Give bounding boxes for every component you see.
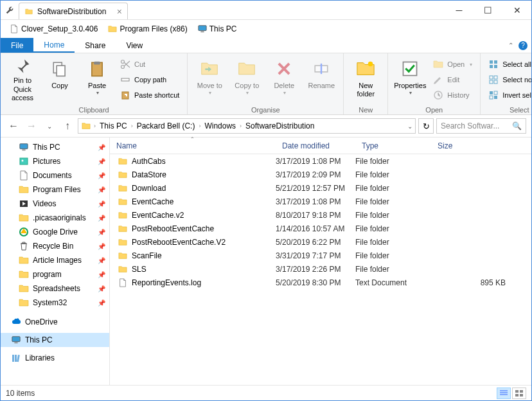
breadcrumb-item[interactable]: Packard Bell (C:) [136,121,197,130]
svg-rect-11 [94,62,100,65]
up-button[interactable]: ↑ [60,118,75,134]
cut-button[interactable]: Cut [116,57,183,71]
folder-icon [118,224,128,233]
file-row[interactable]: PostRebootEventCache1/14/2016 10:57 AMFi… [110,222,531,235]
sidebar-item[interactable]: Documents📌 [1,168,109,183]
maximize-button[interactable]: ☐ [474,1,502,20]
file-row[interactable]: SLS3/17/2019 2:26 PMFile folder [110,262,531,276]
select-all-button[interactable]: Select all [484,57,532,71]
titlebar: SoftwareDistribution × ─ ☐ ✕ [1,1,531,20]
column-name[interactable]: Name⌃ [110,138,276,154]
breadcrumb-item[interactable]: Windows [203,121,237,130]
file-row[interactable]: EventCache3/17/2019 1:08 PMFile folder [110,195,531,208]
sidebar-label: Pictures [33,157,60,166]
svg-rect-21 [490,65,493,68]
new-folder-button[interactable]: New folder [348,56,384,102]
group-label: Organise [188,105,343,116]
sidebar-item[interactable]: Program Files📌 [1,183,109,197]
shortcut-item[interactable]: Program Files (x86) [104,22,191,35]
tab-file[interactable]: File [1,38,33,53]
svg-rect-29 [490,96,493,99]
sidebar-item[interactable]: Recycle Bin📌 [1,239,109,253]
file-name: ScanFile [132,251,162,260]
sidebar-item[interactable]: Spreadsheets📌 [1,281,109,296]
shortcut-item[interactable]: Clover_Setup_3.0.406 [6,22,102,35]
open-button[interactable]: Open▾ [429,57,476,71]
icons-view-button[interactable] [512,388,526,399]
sidebar-label: Program Files [33,185,81,194]
sidebar-onedrive[interactable]: OneDrive [1,315,109,329]
column-date[interactable]: Date modified [276,138,355,154]
search-input[interactable]: Search Softwar... 🔍 [436,118,526,134]
file-row[interactable]: Download5/21/2019 12:57 PMFile folder [110,181,531,195]
file-row[interactable]: ScanFile3/31/2019 7:17 PMFile folder [110,249,531,262]
sidebar-libraries[interactable]: Libraries [1,351,109,365]
sidebar-item[interactable]: Videos📌 [1,197,109,211]
folder-icon [118,251,128,260]
breadcrumb-item[interactable]: This PC [98,121,129,130]
wrench-icon[interactable] [1,1,19,19]
copy-button[interactable]: Copy [42,56,78,102]
column-type[interactable]: Type [355,138,431,154]
column-headers: Name⌃ Date modified Type Size [110,138,531,154]
shortcut-label: Clover_Setup_3.0.406 [21,24,98,33]
properties-button[interactable]: Properties▾ [392,56,428,102]
history-button[interactable]: History [429,88,476,102]
refresh-button[interactable]: ↻ [418,118,434,134]
select-none-button[interactable]: Select none [484,73,532,87]
forward-button[interactable]: → [24,118,39,134]
copy-to-button[interactable]: Copy to▾ [229,56,265,102]
minimize-button[interactable]: ─ [445,1,474,20]
svg-rect-13 [122,92,129,99]
sidebar-this-pc[interactable]: This PC [1,333,109,347]
address-bar[interactable]: › This PC› Packard Bell (C:)› Windows› S… [78,118,416,134]
path-icon [120,75,130,85]
move-icon [199,58,220,79]
sidebar-item[interactable]: Pictures📌 [1,154,109,168]
group-label: Clipboard [1,105,187,116]
tab-share[interactable]: Share [75,38,116,53]
file-row[interactable]: EventCache.v28/10/2017 9:18 PMFile folde… [110,208,531,222]
rename-button[interactable]: Rename [303,56,339,102]
file-date: 3/31/2019 7:17 PM [276,251,355,260]
delete-button[interactable]: Delete▾ [266,56,302,102]
tab-home[interactable]: Home [33,38,75,53]
folder-icon [108,24,117,34]
breadcrumb-item[interactable]: SoftwareDistribution [244,121,315,130]
sidebar-item[interactable]: Google Drive📌 [1,225,109,239]
paste-button[interactable]: Paste▾ [79,56,115,102]
help-icon[interactable]: ? [519,41,528,50]
paste-shortcut-button[interactable]: Paste shortcut [116,88,183,102]
tab-view[interactable]: View [116,38,153,53]
sidebar-this-pc-top[interactable]: This PC📌 [1,140,109,154]
address-dropdown-icon[interactable]: ⌄ [407,123,412,130]
browser-tab[interactable]: SoftwareDistribution × [19,3,128,19]
file-row[interactable]: PostRebootEventCache.V25/20/2019 6:22 PM… [110,235,531,249]
invert-selection-button[interactable]: Invert selection [484,88,532,102]
sidebar-item[interactable]: System32📌 [1,296,109,310]
copy-path-button[interactable]: Copy path [116,73,183,87]
shortcut-item[interactable]: This PC [194,22,241,35]
edit-button[interactable]: Edit [429,73,476,87]
pin-quick-access-button[interactable]: Pin to Quick access [4,56,40,102]
tab-close-icon[interactable]: × [117,6,122,17]
pin-icon: 📌 [98,201,105,208]
file-row[interactable]: DataStore3/17/2019 2:09 PMFile folder [110,168,531,181]
address-row: ← → ⌄ ↑ › This PC› Packard Bell (C:)› Wi… [1,115,531,137]
details-view-button[interactable] [497,388,511,399]
sidebar-item[interactable]: .picasaoriginals📌 [1,211,109,225]
file-row[interactable]: AuthCabs3/17/2019 1:08 PMFile folder [110,154,531,168]
ribbon-collapse-button[interactable]: ⌃ [506,42,516,49]
sidebar-item[interactable]: program📌 [1,267,109,281]
monitor-icon [198,24,207,34]
back-button[interactable]: ← [6,118,21,134]
item-icon [19,213,29,223]
move-to-button[interactable]: Move to▾ [191,56,227,102]
folder-icon [118,238,128,247]
close-button[interactable]: ✕ [502,1,531,20]
sidebar-item[interactable]: Article Images📌 [1,253,109,267]
column-size[interactable]: Size [431,138,531,154]
pin-icon: 📌 [98,243,105,250]
file-row[interactable]: ReportingEvents.log5/20/2019 8:30 PMText… [110,276,531,289]
recent-dropdown[interactable]: ⌄ [42,118,57,134]
